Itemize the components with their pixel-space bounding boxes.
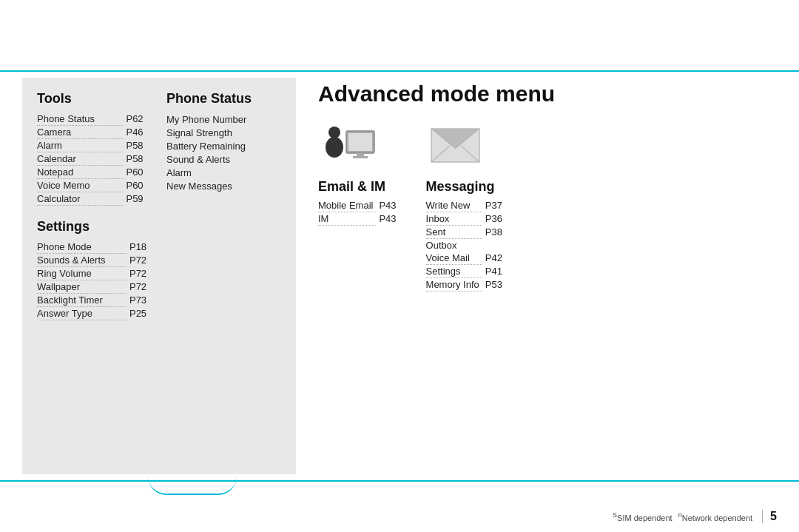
messaging-table: Write NewP37InboxP36SentP38OutboxVoice M… — [426, 199, 502, 292]
item-page: P72 — [127, 267, 152, 280]
item-name: Answer Type — [37, 307, 127, 320]
settings-heading: Settings — [37, 219, 152, 235]
item-name: Calendar — [37, 152, 123, 166]
list-item: My Phone Number — [166, 112, 281, 126]
phone-status-list: My Phone NumberSignal StrengthBattery Re… — [166, 112, 281, 192]
item-name: IM — [318, 212, 376, 226]
item-page: P62 — [123, 112, 152, 126]
item-name: Mobile Email — [318, 199, 376, 212]
item-page: P42 — [482, 252, 502, 265]
table-row: Answer TypeP25 — [37, 307, 152, 320]
item-page: P53 — [482, 278, 502, 292]
item-name: Phone Mode — [37, 240, 127, 254]
messaging-icon — [426, 121, 485, 173]
tools-heading: Tools — [37, 91, 152, 107]
tools-settings-col: Tools Phone StatusP62CameraP46AlarmP58Ca… — [37, 91, 152, 461]
item-name: Settings — [426, 265, 482, 278]
item-name: Voice Memo — [37, 179, 123, 192]
bottom-curve — [148, 477, 237, 495]
item-name: Wallpaper — [37, 280, 127, 294]
item-page: P58 — [123, 139, 152, 152]
item-page: P60 — [123, 179, 152, 192]
table-row: IMP43 — [318, 212, 397, 226]
table-row: CalculatorP59 — [37, 192, 152, 206]
table-row: Voice MemoP60 — [37, 179, 152, 192]
list-item: Alarm — [166, 166, 281, 179]
phone-status-col: Phone Status My Phone NumberSignal Stren… — [166, 91, 281, 461]
table-row: WallpaperP72 — [37, 280, 152, 294]
item-name: Notepad — [37, 166, 123, 179]
email-im-table: Mobile EmailP43IMP43 — [318, 199, 397, 226]
svg-rect-3 — [348, 133, 372, 151]
table-row: SentP38 — [426, 226, 502, 239]
settings-table: Phone ModeP18Sounds & AlertsP72Ring Volu… — [37, 240, 152, 320]
svg-rect-5 — [353, 156, 368, 158]
table-row: Ring VolumeP72 — [37, 267, 152, 280]
bottom-decorative-line — [0, 480, 799, 482]
table-row: CameraP46 — [37, 126, 152, 139]
item-name: Alarm — [37, 139, 123, 152]
item-page: P18 — [127, 240, 152, 254]
messaging-heading: Messaging — [426, 179, 495, 195]
list-item: New Messages — [166, 179, 281, 192]
main-content: Tools Phone StatusP62CameraP46AlarmP58Ca… — [22, 78, 777, 474]
item-name: Ring Volume — [37, 267, 127, 280]
svg-point-0 — [328, 127, 340, 138]
table-row: Backlight TimerP73 — [37, 294, 152, 307]
item-name: Voice Mail — [426, 252, 482, 265]
person-at-computer-svg — [318, 124, 377, 172]
list-item: Signal Strength — [166, 126, 281, 139]
table-row: CalendarP58 — [37, 152, 152, 166]
item-page: P38 — [482, 226, 502, 239]
right-section: Advanced mode menu — [296, 78, 777, 474]
item-name: Write New — [426, 199, 482, 212]
table-row: Mobile EmailP43 — [318, 199, 397, 212]
item-page: P72 — [127, 280, 152, 294]
list-item: Sound & Alerts — [166, 152, 281, 166]
item-page: P37 — [482, 199, 502, 212]
item-page: P59 — [123, 192, 152, 206]
table-row: Write NewP37 — [426, 199, 502, 212]
item-page: P60 — [123, 166, 152, 179]
svg-point-1 — [326, 137, 343, 158]
table-row: Sounds & AlertsP72 — [37, 254, 152, 267]
email-im-heading: Email & IM — [318, 179, 385, 195]
item-name: Backlight Timer — [37, 294, 127, 307]
item-name: Inbox — [426, 212, 482, 226]
top-decorative-line — [0, 70, 799, 72]
table-row: Memory InfoP53 — [426, 278, 502, 292]
item-page: P25 — [127, 307, 152, 320]
page-title: Advanced mode menu — [318, 81, 777, 107]
item-page: P58 — [123, 152, 152, 166]
footer: SSIM dependent nNetwork dependent 5 — [613, 510, 777, 523]
item-page: P36 — [482, 212, 502, 226]
table-row: Voice MailP42 — [426, 252, 502, 265]
messaging-section: Messaging Write NewP37InboxP36SentP38Out… — [426, 121, 502, 305]
item-name: Memory Info — [426, 278, 482, 292]
item-page: P72 — [127, 254, 152, 267]
email-im-section: Email & IM Mobile EmailP43IMP43 — [318, 121, 397, 239]
left-panel: Tools Phone StatusP62CameraP46AlarmP58Ca… — [22, 78, 296, 474]
email-im-icon — [318, 121, 377, 173]
phone-status-heading: Phone Status — [166, 91, 281, 107]
table-row: AlarmP58 — [37, 139, 152, 152]
table-row: NotepadP60 — [37, 166, 152, 179]
table-row: Phone ModeP18 — [37, 240, 152, 254]
table-row: Phone StatusP62 — [37, 112, 152, 126]
item-name: Sent — [426, 226, 482, 239]
table-row: InboxP36 — [426, 212, 502, 226]
footer-network: nNetwork dependent — [678, 511, 752, 522]
footer-sim: SSIM dependent — [613, 511, 672, 522]
item-name: Phone Status — [37, 112, 123, 126]
icons-and-menus: Email & IM Mobile EmailP43IMP43 — [318, 121, 777, 305]
item-name: Calculator — [37, 192, 123, 206]
list-item: Battery Remaining — [166, 139, 281, 152]
item-page: P41 — [482, 265, 502, 278]
item-name: Camera — [37, 126, 123, 139]
envelope-svg — [428, 125, 483, 169]
item-page: P43 — [376, 212, 396, 226]
footer-page-number: 5 — [762, 510, 777, 523]
item-page: P46 — [123, 126, 152, 139]
tools-table: Phone StatusP62CameraP46AlarmP58Calendar… — [37, 112, 152, 206]
item-name: Sounds & Alerts — [37, 254, 127, 267]
